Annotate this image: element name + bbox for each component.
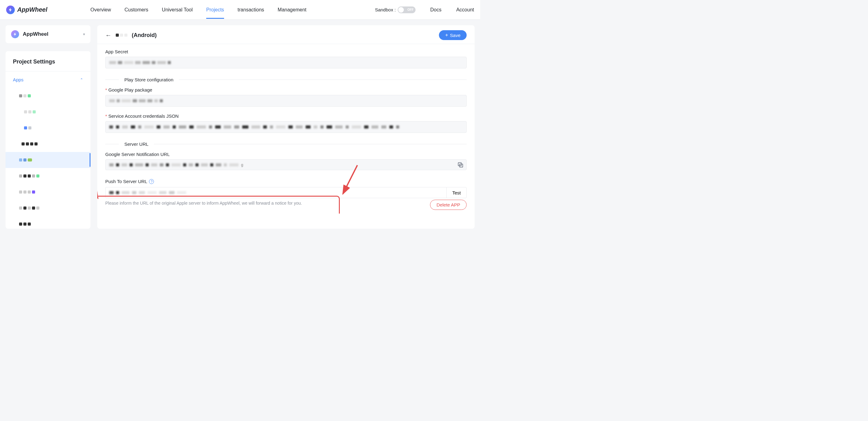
- sandbox-label: Sandbox :: [375, 7, 396, 12]
- nav-account[interactable]: Account: [456, 7, 474, 12]
- app-name-redacted: [116, 34, 127, 37]
- service-account-input[interactable]: [105, 121, 467, 133]
- main-panel: ← (Android) + Save App Secret Play Store…: [97, 25, 475, 229]
- chevron-down-icon: ▾: [83, 32, 85, 36]
- nav-customers[interactable]: Customers: [124, 1, 148, 19]
- app-list: [5, 88, 91, 229]
- main-body: App Secret Play Store configuration Goog…: [97, 44, 475, 214]
- section-title: Server URL: [124, 141, 148, 147]
- push-url-row: Test: [105, 187, 467, 198]
- sidebar-app-item[interactable]: [5, 184, 91, 200]
- section-server-url: Server URL: [105, 141, 467, 147]
- push-url-section: Push To Server URL ? Test Please inform …: [105, 176, 467, 207]
- app-secret-field[interactable]: [105, 57, 467, 68]
- google-play-package-input[interactable]: [105, 95, 467, 107]
- nav-management[interactable]: Management: [278, 1, 306, 19]
- sidebar-app-item[interactable]: [5, 104, 91, 120]
- header-right: Sandbox : OFF Docs Account: [375, 6, 474, 13]
- layout: AppWheel ▾ Project Settings Apps ⌃: [0, 20, 480, 234]
- push-url-hint: Please inform the URL of the original Ap…: [105, 201, 467, 205]
- sidebar-app-item[interactable]: [5, 136, 91, 152]
- save-label: Save: [450, 33, 461, 38]
- brand-icon: [6, 5, 15, 14]
- settings-card: Project Settings Apps ⌃: [5, 51, 91, 229]
- sidebar-app-item[interactable]: [5, 120, 91, 136]
- push-url-input[interactable]: [105, 187, 446, 198]
- nav-transactions[interactable]: transactions: [238, 1, 264, 19]
- save-button[interactable]: + Save: [439, 30, 467, 40]
- sidebar-section-apps[interactable]: Apps ⌃: [5, 72, 91, 88]
- brand-logo[interactable]: AppWheel: [6, 5, 48, 14]
- service-account-label: Service Account credentials JSON: [105, 113, 467, 119]
- main-nav: Overview Customers Universal Tool Projec…: [91, 1, 375, 19]
- section-label: Apps: [13, 77, 23, 82]
- project-name: AppWheel: [23, 31, 80, 37]
- google-play-package-label: Google Play package: [105, 87, 467, 92]
- google-notif-url-field[interactable]: g: [105, 159, 467, 170]
- plus-icon: +: [445, 32, 448, 38]
- sidebar-app-item[interactable]: [5, 88, 91, 104]
- section-play-store: Play Store configuration: [105, 77, 467, 82]
- sandbox-toggle-wrap: Sandbox : OFF: [375, 6, 415, 13]
- project-icon: [11, 30, 19, 38]
- push-url-label: Push To Server URL ?: [105, 179, 467, 184]
- sidebar: AppWheel ▾ Project Settings Apps ⌃: [5, 25, 91, 229]
- google-notif-url-label: Google Server Notification URL: [105, 151, 467, 157]
- chevron-up-icon: ⌃: [80, 78, 83, 82]
- test-button[interactable]: Test: [446, 187, 467, 198]
- toggle-state: OFF: [407, 8, 414, 11]
- sidebar-app-item[interactable]: [5, 200, 91, 216]
- copy-icon[interactable]: [457, 162, 464, 168]
- sidebar-app-item[interactable]: [5, 216, 91, 229]
- nav-projects[interactable]: Projects: [206, 1, 224, 19]
- top-header: AppWheel Overview Customers Universal To…: [0, 0, 480, 20]
- sidebar-app-item[interactable]: [5, 168, 91, 184]
- nav-docs[interactable]: Docs: [430, 7, 441, 12]
- nav-overview[interactable]: Overview: [91, 1, 111, 19]
- brand-name: AppWheel: [17, 6, 48, 13]
- back-arrow-icon[interactable]: ←: [105, 32, 112, 39]
- settings-title: Project Settings: [5, 51, 91, 72]
- sandbox-toggle[interactable]: OFF: [398, 6, 415, 13]
- sidebar-app-item-active[interactable]: [5, 152, 91, 168]
- app-secret-label: App Secret: [105, 49, 467, 54]
- notif-url-visible: g: [241, 162, 243, 167]
- nav-universal-tool[interactable]: Universal Tool: [162, 1, 193, 19]
- project-selector[interactable]: AppWheel ▾: [5, 25, 91, 43]
- app-platform: (Android): [132, 32, 157, 38]
- section-title: Play Store configuration: [124, 77, 173, 82]
- delete-app-button[interactable]: Delete APP: [430, 200, 467, 210]
- main-header: ← (Android) + Save: [97, 25, 475, 44]
- toggle-knob: [398, 7, 404, 12]
- help-icon[interactable]: ?: [149, 179, 154, 184]
